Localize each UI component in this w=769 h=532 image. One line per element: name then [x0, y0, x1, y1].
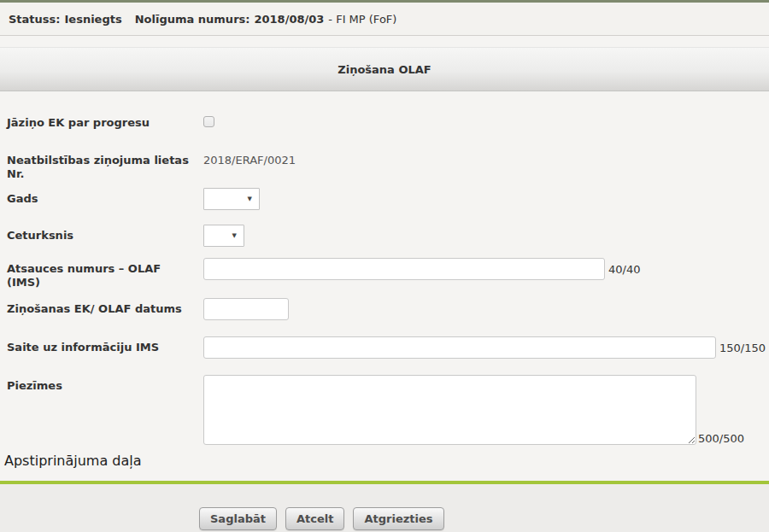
notes-textarea[interactable]	[203, 375, 696, 445]
agreement-number-value: 2018/08/03	[254, 13, 324, 26]
spacer	[0, 36, 769, 47]
quarter-select[interactable]: ▼	[203, 225, 244, 247]
ims-link-input[interactable]	[203, 336, 716, 359]
form-row-ims-link: Saite uz informāciju IMS 150/150	[7, 336, 769, 360]
olaf-reference-counter: 40/40	[608, 258, 640, 281]
olaf-reference-input[interactable]	[203, 258, 605, 280]
olaf-reference-label: Atsauces numurs – OLAF (IMS)	[7, 258, 203, 289]
year-label: Gads	[7, 188, 203, 206]
report-progress-checkbox[interactable]	[203, 116, 214, 127]
form-row-olaf-reference: Atsauces numurs – OLAF (IMS) 40/40	[7, 258, 769, 289]
report-date-input[interactable]	[203, 298, 289, 320]
cancel-button[interactable]: Atcelt	[285, 507, 344, 530]
notes-label: Piezīmes	[7, 375, 203, 393]
ims-link-counter: 150/150	[719, 336, 766, 360]
back-button[interactable]: Atgriezties	[353, 507, 443, 530]
quarter-label: Ceturksnis	[7, 225, 203, 243]
form-row-quarter: Ceturksnis ▼	[7, 225, 769, 247]
form-row-year: Gads ▼	[7, 188, 769, 210]
form-row-report-progress: Jāziņo EK par progresu	[7, 112, 769, 134]
case-number-value: 2018/ERAF/0021	[203, 149, 296, 167]
olaf-form: Jāziņo EK par progresu Neatbilstības ziņ…	[0, 91, 769, 447]
section-title: Ziņošana OLAF	[338, 63, 431, 76]
case-number-label: Neatbilstības ziņojuma lietas Nr.	[7, 149, 203, 181]
form-row-notes: Piezīmes 500/500	[7, 375, 769, 447]
status-label: Statuss:	[9, 13, 61, 26]
report-progress-label: Jāziņo EK par progresu	[7, 112, 203, 130]
status-value: Iesniegts	[65, 13, 122, 26]
agreement-suffix: - FI MP (FoF)	[328, 13, 396, 26]
report-date-label: Ziņošanas EK/ OLAF datums	[7, 298, 203, 316]
form-row-case-number: Neatbilstības ziņojuma lietas Nr. 2018/E…	[7, 149, 769, 181]
dropdown-arrow-icon: ▼	[232, 233, 237, 239]
confirmation-section-title: Apstiprinājuma daļa	[0, 447, 769, 470]
year-select[interactable]: ▼	[203, 188, 260, 210]
ims-link-label: Saite uz informāciju IMS	[7, 336, 203, 354]
section-header: Ziņošana OLAF	[0, 47, 769, 91]
form-row-report-date: Ziņošanas EK/ OLAF datums	[7, 298, 769, 320]
status-bar: Statuss: Iesniegts Nolīguma numurs: 2018…	[0, 3, 769, 36]
dropdown-arrow-icon: ▼	[248, 196, 252, 202]
agreement-number-label: Nolīguma numurs:	[135, 13, 250, 26]
page: Statuss: Iesniegts Nolīguma numurs: 2018…	[0, 0, 769, 532]
save-button[interactable]: Saglabāt	[199, 507, 277, 530]
notes-counter: 500/500	[698, 432, 744, 445]
footer-toolbar: Saglabāt Atcelt Atgriezties	[0, 484, 769, 532]
